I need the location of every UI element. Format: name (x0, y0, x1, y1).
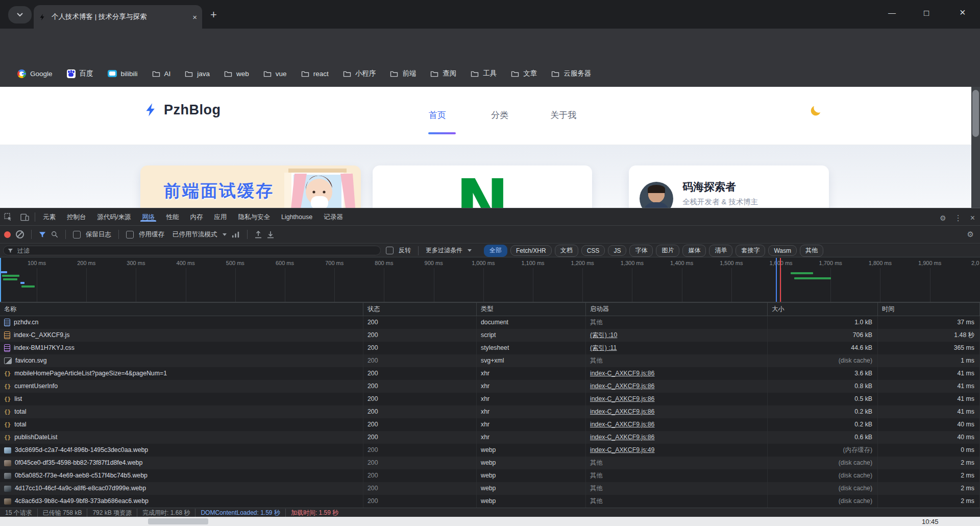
network-request-row[interactable]: 4c8ac6d3-9b8c-4a49-9bf8-373ab686eac6.web… (0, 495, 980, 508)
search-icon[interactable] (51, 231, 58, 238)
article-card-nginx[interactable]: N (373, 165, 592, 208)
devtools-tab-应用[interactable]: 应用 (208, 213, 232, 222)
devtools-tab-控制台[interactable]: 控制台 (61, 213, 92, 222)
devtools-tab-源代码/来源[interactable]: 源代码/来源 (92, 213, 137, 222)
bookmark-item-百度[interactable]: 百度 (62, 66, 99, 81)
column-header-时间[interactable]: 时间 (878, 303, 980, 316)
page-scrollbar[interactable] (971, 87, 980, 208)
column-header-大小[interactable]: 大小 (768, 303, 878, 316)
initiator-link[interactable]: (索引) :11 (590, 344, 617, 351)
bookmark-item-Google[interactable]: Google (12, 67, 58, 81)
network-settings-gear-icon[interactable]: ⚙ (967, 230, 974, 239)
page-scrollbar-thumb[interactable] (972, 90, 979, 137)
new-tab-button[interactable]: + (210, 9, 217, 20)
export-har-icon[interactable] (267, 231, 274, 238)
initiator-link[interactable]: index-C_AXKCF9.js:86 (590, 434, 654, 441)
network-request-row[interactable]: {}total200xhrindex-C_AXKCF9.js:860.2 kB4… (0, 418, 980, 431)
nav-item-about[interactable]: 关于我 (550, 109, 576, 121)
filter-chip-图片[interactable]: 图片 (656, 245, 679, 257)
filter-chip-清单[interactable]: 清单 (709, 245, 732, 257)
dark-mode-toggle[interactable] (809, 104, 822, 117)
nav-item-categories[interactable]: 分类 (491, 109, 508, 121)
filter-chip-全部[interactable]: 全部 (484, 245, 507, 257)
bookmark-item-vue[interactable]: vue (258, 67, 292, 80)
filter-chip-Fetch/XHR[interactable]: Fetch/XHR (510, 245, 552, 256)
preserve-log-checkbox[interactable] (73, 231, 81, 238)
site-logo[interactable]: PzhBlog (144, 101, 221, 118)
throttling-caret-icon[interactable] (223, 233, 227, 236)
initiator-link[interactable]: index-C_AXKCF9.js:49 (590, 446, 654, 453)
filter-chip-文档[interactable]: 文档 (555, 245, 578, 257)
window-maximize-button[interactable]: □ (924, 8, 929, 18)
network-request-row[interactable]: 4d17cc10-46cf-4a9c-a8f6-e8cac07d999e.web… (0, 482, 980, 495)
filter-chip-媒体[interactable]: 媒体 (682, 245, 706, 257)
initiator-link[interactable]: index-C_AXKCF9.js:86 (590, 370, 654, 377)
bookmark-item-react[interactable]: react (296, 67, 334, 80)
filter-chip-Wasm[interactable]: Wasm (768, 245, 797, 256)
bookmark-item-bilibili[interactable]: bilibili (103, 67, 143, 80)
bookmark-item-web[interactable]: web (219, 67, 254, 80)
network-request-row[interactable]: 0b5a0852-f73e-4e69-aeb8-c517f4bc74b5.web… (0, 469, 980, 482)
bookmark-item-前端[interactable]: 前端 (385, 66, 421, 81)
devtools-tab-Lighthouse[interactable]: Lighthouse (276, 213, 318, 221)
window-close-button[interactable]: × (960, 7, 966, 18)
article-card-interview[interactable]: 前端面试缓存 问题全了解 (140, 165, 361, 208)
nav-item-home[interactable]: 首页 (429, 109, 446, 121)
devtools-tab-元素[interactable]: 元素 (37, 213, 61, 222)
initiator-link[interactable]: index-C_AXKCF9.js:86 (590, 395, 654, 402)
throttling-select[interactable]: 已停用节流模式 (173, 230, 217, 239)
network-request-row[interactable]: 3dc8695d-c2a7-4c4f-896b-1495c3dec0aa.web… (0, 444, 980, 457)
network-request-row[interactable]: {}publishDateList200xhrindex-C_AXKCF9.js… (0, 431, 980, 444)
column-header-名称[interactable]: 名称 (0, 303, 363, 316)
network-request-row[interactable]: index-BM1H7KYJ.css200stylesheet(索引) :114… (0, 342, 980, 354)
devtools-close-icon[interactable]: × (970, 213, 975, 223)
devtools-menu-kebab-icon[interactable]: ⋮ (954, 213, 962, 223)
network-request-row[interactable]: index-C_AXKCF9.js200script(索引) :10706 kB… (0, 329, 980, 342)
filter-chip-套接字[interactable]: 套接字 (736, 245, 765, 257)
bookmark-item-查阅[interactable]: 查阅 (425, 66, 461, 81)
initiator-link[interactable]: (索引) :10 (590, 331, 617, 339)
devtools-tab-网络[interactable]: 网络 (136, 213, 160, 222)
device-toolbar-button[interactable] (16, 209, 33, 225)
devtools-tab-隐私与安全[interactable]: 隐私与安全 (232, 213, 276, 222)
network-overview-timeline[interactable]: 100 ms200 ms300 ms400 ms500 ms600 ms700 … (0, 258, 980, 303)
bookmark-item-java[interactable]: java (180, 67, 215, 80)
devtools-tab-内存[interactable]: 内存 (184, 213, 208, 222)
network-request-row[interactable]: {}total200xhrindex-C_AXKCF9.js:860.2 kB4… (0, 405, 980, 418)
devtools-tab-记录器[interactable]: 记录器 (318, 213, 349, 222)
filter-chip-字体[interactable]: 字体 (629, 245, 653, 257)
filter-input[interactable] (16, 247, 376, 255)
tab-close-icon[interactable]: × (192, 13, 197, 21)
initiator-link[interactable]: index-C_AXKCF9.js:86 (590, 382, 654, 390)
more-filters-button[interactable]: 更多过滤条件 (426, 246, 462, 255)
browser-tab[interactable]: 个人技术博客 | 技术分享与探索 × (34, 5, 202, 29)
tab-search-button[interactable] (8, 6, 32, 23)
initiator-link[interactable]: index-C_AXKCF9.js:86 (590, 421, 654, 428)
bookmark-item-文章[interactable]: 文章 (506, 66, 542, 81)
inspect-element-button[interactable] (0, 209, 16, 225)
network-conditions-icon[interactable] (232, 231, 240, 238)
import-har-icon[interactable] (255, 231, 262, 238)
bookmark-item-云服务器[interactable]: 云服务器 (546, 66, 596, 81)
record-network-log-button[interactable] (4, 231, 11, 238)
column-header-启动器[interactable]: 启动器 (586, 303, 768, 316)
filter-funnel-icon[interactable] (39, 231, 46, 238)
network-request-row[interactable]: 0f045ce0-df35-4598-bb82-73f87f1d8fe4.web… (0, 457, 980, 469)
window-minimize-button[interactable]: — (888, 8, 896, 17)
network-request-row[interactable]: {}mobileHomePageArticleList?pageSize=4&p… (0, 367, 980, 380)
network-request-row[interactable]: {}currentUserInfo200xhrindex-C_AXKCF9.js… (0, 380, 980, 393)
taskbar-app-group[interactable] (148, 518, 208, 524)
network-request-row[interactable]: pzhdv.cn200document其他1.0 kB37 ms (0, 316, 980, 329)
column-header-状态[interactable]: 状态 (363, 303, 477, 316)
devtools-tab-性能[interactable]: 性能 (160, 213, 184, 222)
filter-chip-JS[interactable]: JS (608, 245, 626, 256)
network-request-row[interactable]: favicon.svg200svg+xml其他(disk cache)1 ms (0, 354, 980, 367)
network-request-row[interactable]: {}list200xhrindex-C_AXKCF9.js:860.5 kB41… (0, 393, 980, 405)
clear-network-log-icon[interactable] (16, 230, 24, 238)
more-filters-caret-icon[interactable] (468, 249, 472, 252)
bookmark-item-小程序[interactable]: 小程序 (338, 66, 381, 81)
invert-filter-checkbox[interactable] (386, 247, 394, 254)
bookmark-item-工具[interactable]: 工具 (465, 66, 502, 81)
filter-chip-其他[interactable]: 其他 (800, 245, 823, 257)
disable-cache-checkbox[interactable] (126, 231, 134, 238)
